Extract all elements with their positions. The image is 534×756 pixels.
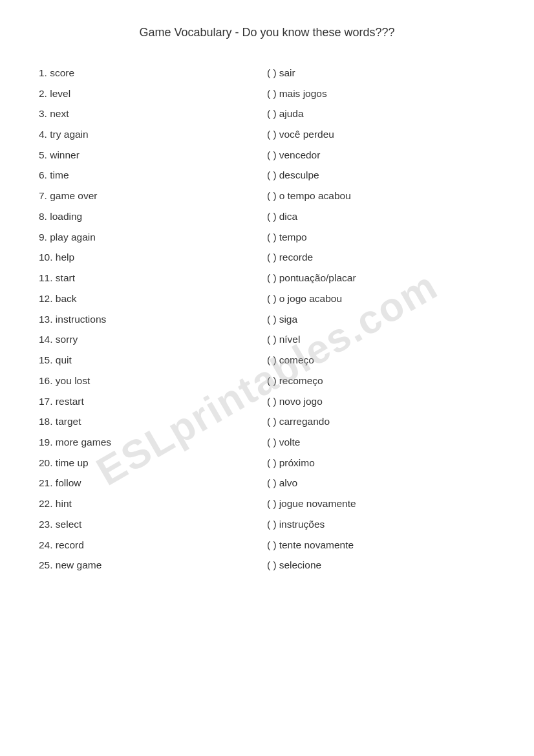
match-label: desculpe: [279, 169, 319, 182]
match-label: o tempo acabou: [279, 189, 351, 202]
right-match-item: ( ) siga: [267, 309, 495, 330]
left-list-item: 3. next: [39, 103, 267, 124]
match-parens: ( ): [267, 67, 277, 80]
match-parens: ( ): [267, 477, 277, 490]
match-label: selecione: [279, 559, 322, 572]
right-match-item: ( ) novo jogo: [267, 391, 495, 412]
match-parens: ( ): [267, 231, 277, 244]
left-list-item: 13. instructions: [39, 309, 267, 330]
page: Game Vocabulary - Do you know these word…: [0, 0, 534, 756]
match-parens: ( ): [267, 354, 277, 367]
match-label: volte: [279, 436, 301, 449]
left-list-item: 24. record: [39, 535, 267, 556]
match-label: o jogo acabou: [279, 292, 342, 305]
match-parens: ( ): [267, 436, 277, 449]
right-match-item: ( ) jogue novamente: [267, 493, 495, 514]
match-label: pontuação/placar: [279, 272, 356, 285]
match-label: carregando: [279, 415, 330, 428]
left-list-item: 10. help: [39, 248, 267, 268]
match-parens: ( ): [267, 497, 277, 510]
match-parens: ( ): [267, 415, 277, 428]
left-list-item: 19. more games: [39, 432, 267, 453]
left-list-item: 11. start: [39, 268, 267, 288]
match-label: ajuda: [279, 107, 304, 120]
left-list-item: 14. sorry: [39, 330, 267, 351]
match-label: mais jogos: [279, 87, 327, 100]
left-list-item: 4. try again: [39, 124, 267, 145]
match-parens: ( ): [267, 395, 277, 408]
match-label: recomeço: [279, 374, 323, 387]
left-list-item: 23. select: [39, 514, 267, 535]
match-parens: ( ): [267, 374, 277, 387]
match-parens: ( ): [267, 128, 277, 141]
content-area: 1. score2. level3. next4. try again5. wi…: [39, 63, 495, 576]
match-label: novo jogo: [279, 395, 323, 408]
right-match-item: ( ) pontuação/placar: [267, 268, 495, 288]
right-match-item: ( ) alvo: [267, 473, 495, 494]
match-parens: ( ): [267, 189, 277, 202]
right-match-item: ( ) desculpe: [267, 166, 495, 186]
match-label: você perdeu: [279, 128, 334, 141]
match-label: alvo: [279, 477, 297, 490]
right-match-item: ( ) o jogo acabou: [267, 288, 495, 309]
match-parens: ( ): [267, 518, 277, 531]
match-parens: ( ): [267, 169, 277, 182]
match-label: siga: [279, 313, 297, 326]
right-match-item: ( ) o tempo acabou: [267, 186, 495, 206]
left-list-item: 2. level: [39, 83, 267, 104]
left-list-item: 6. time: [39, 166, 267, 186]
right-match-item: ( ) sair: [267, 63, 495, 83]
match-label: tempo: [279, 231, 307, 244]
match-label: próximo: [279, 457, 315, 470]
right-match-item: ( ) recorde: [267, 248, 495, 268]
match-label: começo: [279, 354, 314, 367]
right-match-item: ( ) tempo: [267, 227, 495, 248]
right-match-item: ( ) dica: [267, 206, 495, 227]
match-label: recorde: [279, 251, 314, 264]
left-list-item: 16. you lost: [39, 371, 267, 391]
left-list-item: 18. target: [39, 411, 267, 432]
right-match-item: ( ) próximo: [267, 453, 495, 473]
match-parens: ( ): [267, 539, 277, 552]
right-match-item: ( ) ajuda: [267, 103, 495, 124]
page-title: Game Vocabulary - Do you know these word…: [39, 26, 495, 39]
match-label: instruções: [279, 518, 325, 531]
left-list-item: 8. loading: [39, 206, 267, 227]
match-parens: ( ): [267, 272, 277, 285]
left-list-item: 1. score: [39, 63, 267, 83]
right-match-item: ( ) selecione: [267, 556, 495, 576]
match-parens: ( ): [267, 149, 277, 162]
match-parens: ( ): [267, 313, 277, 326]
match-parens: ( ): [267, 559, 277, 572]
right-match-item: ( ) começo: [267, 350, 495, 371]
left-list-item: 5. winner: [39, 145, 267, 166]
match-parens: ( ): [267, 251, 277, 264]
left-column: 1. score2. level3. next4. try again5. wi…: [39, 63, 267, 576]
right-match-item: ( ) vencedor: [267, 145, 495, 166]
left-list-item: 7. game over: [39, 186, 267, 206]
left-list-item: 12. back: [39, 288, 267, 309]
left-list-item: 25. new game: [39, 556, 267, 576]
match-parens: ( ): [267, 210, 277, 223]
right-match-item: ( ) volte: [267, 432, 495, 453]
left-list-item: 9. play again: [39, 227, 267, 248]
left-list-item: 22. hint: [39, 493, 267, 514]
match-label: sair: [279, 67, 295, 80]
left-list-item: 15. quit: [39, 350, 267, 371]
right-match-item: ( ) instruções: [267, 514, 495, 535]
right-match-item: ( ) mais jogos: [267, 83, 495, 104]
match-parens: ( ): [267, 87, 277, 100]
right-match-item: ( ) carregando: [267, 411, 495, 432]
match-label: nível: [279, 333, 301, 346]
right-column: ( ) sair( ) mais jogos( ) ajuda( ) você …: [267, 63, 495, 576]
right-match-item: ( ) tente novamente: [267, 535, 495, 556]
match-label: dica: [279, 210, 297, 223]
match-parens: ( ): [267, 333, 277, 346]
left-list-item: 21. follow: [39, 473, 267, 494]
match-label: vencedor: [279, 149, 321, 162]
right-match-item: ( ) recomeço: [267, 371, 495, 391]
match-parens: ( ): [267, 457, 277, 470]
match-label: tente novamente: [279, 539, 354, 552]
match-label: jogue novamente: [279, 497, 356, 510]
match-parens: ( ): [267, 107, 277, 120]
